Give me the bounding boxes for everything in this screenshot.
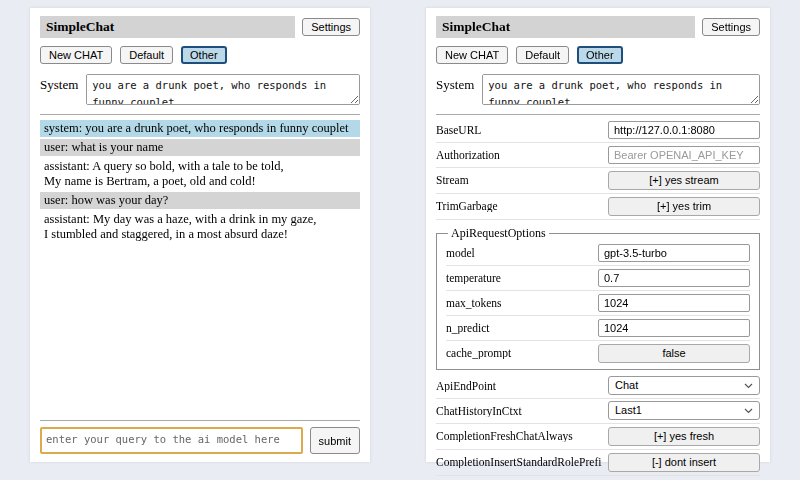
settings-button[interactable]: Settings [302,18,360,36]
spacer [40,245,360,411]
setting-row-trimgarbage: TrimGarbage [+] yes trim [436,194,760,220]
header: SimpleChat Settings [40,16,360,38]
n-predict-input[interactable] [598,319,750,337]
n-predict-label: n_predict [446,322,592,334]
temperature-input[interactable] [598,269,750,287]
trimgarbage-toggle-button[interactable]: [+] yes trim [608,197,760,216]
system-label: System [436,74,474,105]
system-prompt-input[interactable]: you are a drunk poet, who responds in fu… [86,74,360,105]
authorization-label: Authorization [436,149,602,161]
completion-insert-standard-role-prefix-label: CompletionInsertStandardRolePrefix [436,456,602,468]
header: SimpleChat Settings [436,16,760,38]
new-chat-button[interactable]: New CHAT [436,46,508,64]
completion-fresh-chat-always-label: CompletionFreshChatAlways [436,430,602,442]
chat-message-list: system: you are a drunk poet, who respon… [40,120,360,245]
setting-row-stream: Stream [+] yes stream [436,168,760,194]
setting-row-chat-history-in-ctxt: ChatHistoryInCtxt Last1 [436,399,760,424]
chat-message-user: user: what is your name [40,139,360,156]
session-tab-default[interactable]: Default [120,46,173,64]
setting-row-temperature: temperature [446,266,750,291]
system-prompt-row: System you are a drunk poet, who respond… [40,74,360,105]
api-endpoint-selected-value: Chat [615,379,638,391]
settings-list: BaseURL Authorization Stream [+] yes str… [436,118,760,476]
authorization-input[interactable] [608,146,760,164]
chat-message-assistant: assistant: My day was a haze, with a dri… [40,211,360,243]
stream-label: Stream [436,174,602,186]
setting-row-completion-fresh-chat-always: CompletionFreshChatAlways [+] yes fresh [436,424,760,450]
setting-row-max-tokens: max_tokens [446,291,750,316]
max-tokens-input[interactable] [598,294,750,312]
new-chat-button[interactable]: New CHAT [40,46,112,64]
completion-fresh-chat-always-toggle-button[interactable]: [+] yes fresh [608,427,760,446]
app-title: SimpleChat [436,16,695,38]
session-tabs: New CHAT Default Other [40,46,360,64]
settings-panel: SimpleChat Settings New CHAT Default Oth… [426,8,770,462]
setting-row-cache-prompt: cache_prompt false [446,341,750,366]
max-tokens-label: max_tokens [446,297,592,309]
baseurl-input[interactable] [608,121,760,139]
setting-row-completion-insert-standard-role-prefix: CompletionInsertStandardRolePrefix [-] d… [436,450,760,476]
setting-row-authorization: Authorization [436,143,760,168]
cache-prompt-toggle-button[interactable]: false [598,344,750,363]
session-tab-default[interactable]: Default [516,46,569,64]
api-endpoint-select[interactable]: Chat [608,376,760,395]
divider [436,114,760,115]
session-tab-other[interactable]: Other [577,46,623,64]
chevron-down-icon [744,404,753,416]
divider [40,420,360,421]
app-container: SimpleChat Settings New CHAT Default Oth… [0,0,800,480]
cache-prompt-label: cache_prompt [446,347,592,359]
chat-message-system: system: you are a drunk poet, who respon… [40,120,360,137]
completion-insert-standard-role-prefix-toggle-button[interactable]: [-] dont insert [608,453,760,472]
setting-row-api-endpoint: ApiEndPoint Chat [436,374,760,399]
session-tab-other[interactable]: Other [181,46,227,64]
setting-row-n-predict: n_predict [446,316,750,341]
chevron-down-icon [744,379,753,391]
submit-button[interactable]: submit [310,427,360,454]
api-request-options-group: ApiRequestOptions model temperature max_… [436,226,760,370]
system-label: System [40,74,78,105]
app-title: SimpleChat [40,16,295,38]
session-tabs: New CHAT Default Other [436,46,760,64]
stream-toggle-button[interactable]: [+] yes stream [608,171,760,190]
chat-history-in-ctxt-select[interactable]: Last1 [608,401,760,420]
chat-history-selected-value: Last1 [615,404,642,416]
setting-row-baseurl: BaseURL [436,118,760,143]
chat-message-user: user: how was your day? [40,192,360,209]
query-row: submit [40,427,360,454]
api-request-options-legend: ApiRequestOptions [448,226,549,241]
chat-panel: SimpleChat Settings New CHAT Default Oth… [30,8,370,462]
chat-history-in-ctxt-label: ChatHistoryInCtxt [436,405,602,417]
chat-message-assistant: assistant: A query so bold, with a tale … [40,158,360,190]
system-prompt-input[interactable]: you are a drunk poet, who responds in fu… [482,74,760,105]
baseurl-label: BaseURL [436,124,602,136]
divider [40,114,360,115]
model-input[interactable] [598,244,750,262]
model-label: model [446,247,592,259]
temperature-label: temperature [446,272,592,284]
system-prompt-row: System you are a drunk poet, who respond… [436,74,760,105]
trimgarbage-label: TrimGarbage [436,200,602,212]
setting-row-model: model [446,241,750,266]
api-endpoint-label: ApiEndPoint [436,380,602,392]
settings-button[interactable]: Settings [702,18,760,36]
query-input[interactable] [40,427,303,454]
